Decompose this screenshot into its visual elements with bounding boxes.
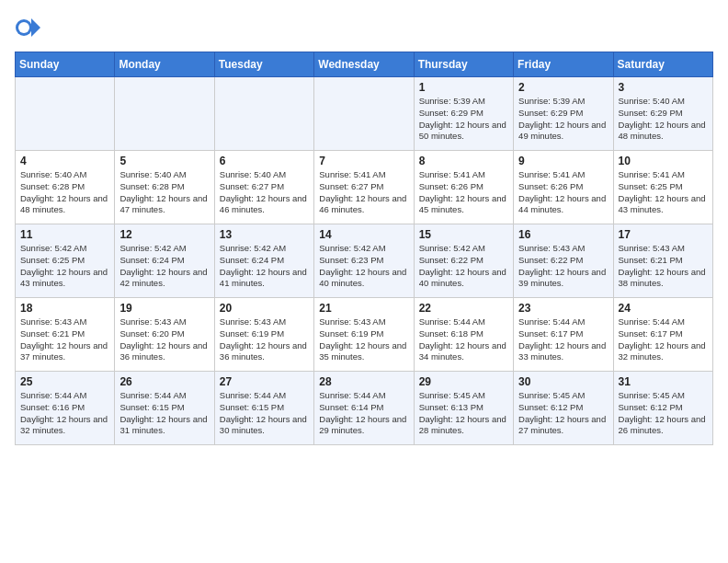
calendar-cell: 20Sunrise: 5:43 AM Sunset: 6:19 PM Dayli… bbox=[214, 298, 313, 372]
day-number: 30 bbox=[518, 375, 608, 388]
calendar-cell: 17Sunrise: 5:43 AM Sunset: 6:21 PM Dayli… bbox=[613, 224, 712, 298]
calendar-cell: 4Sunrise: 5:40 AM Sunset: 6:28 PM Daylig… bbox=[16, 151, 115, 224]
cell-info: Sunrise: 5:43 AM Sunset: 6:19 PM Dayligh… bbox=[319, 316, 408, 363]
day-number: 3 bbox=[619, 81, 708, 94]
day-number: 14 bbox=[319, 228, 408, 241]
cell-info: Sunrise: 5:43 AM Sunset: 6:21 PM Dayligh… bbox=[619, 243, 708, 290]
calendar-cell: 19Sunrise: 5:43 AM Sunset: 6:20 PM Dayli… bbox=[115, 298, 214, 372]
calendar-cell: 22Sunrise: 5:44 AM Sunset: 6:18 PM Dayli… bbox=[414, 298, 513, 372]
calendar-cell: 24Sunrise: 5:44 AM Sunset: 6:17 PM Dayli… bbox=[613, 298, 712, 372]
day-number: 24 bbox=[619, 302, 708, 315]
cell-info: Sunrise: 5:39 AM Sunset: 6:29 PM Dayligh… bbox=[518, 96, 608, 143]
page-header bbox=[15, 15, 713, 40]
day-number: 1 bbox=[419, 81, 508, 94]
cell-info: Sunrise: 5:44 AM Sunset: 6:17 PM Dayligh… bbox=[518, 316, 608, 363]
weekday-header: Friday bbox=[514, 52, 613, 77]
calendar-cell: 14Sunrise: 5:42 AM Sunset: 6:23 PM Dayli… bbox=[314, 224, 414, 298]
cell-info: Sunrise: 5:43 AM Sunset: 6:22 PM Dayligh… bbox=[518, 243, 608, 290]
cell-info: Sunrise: 5:44 AM Sunset: 6:15 PM Dayligh… bbox=[220, 390, 309, 437]
weekday-header: Sunday bbox=[16, 52, 115, 77]
day-number: 5 bbox=[119, 155, 209, 167]
calendar-cell: 29Sunrise: 5:45 AM Sunset: 6:13 PM Dayli… bbox=[414, 372, 513, 445]
day-number: 23 bbox=[518, 302, 608, 315]
day-number: 21 bbox=[319, 302, 408, 315]
svg-marker-1 bbox=[31, 18, 40, 37]
cell-info: Sunrise: 5:42 AM Sunset: 6:22 PM Dayligh… bbox=[419, 243, 508, 290]
calendar-cell: 2Sunrise: 5:39 AM Sunset: 6:29 PM Daylig… bbox=[514, 77, 613, 151]
weekday-header: Thursday bbox=[414, 52, 513, 77]
day-number: 15 bbox=[419, 228, 508, 241]
calendar-cell bbox=[314, 77, 414, 151]
logo-icon bbox=[15, 15, 40, 40]
day-number: 19 bbox=[119, 302, 209, 315]
day-number: 2 bbox=[518, 81, 608, 94]
day-number: 4 bbox=[20, 155, 109, 167]
cell-info: Sunrise: 5:41 AM Sunset: 6:26 PM Dayligh… bbox=[419, 169, 508, 216]
day-number: 26 bbox=[119, 375, 209, 388]
cell-info: Sunrise: 5:40 AM Sunset: 6:28 PM Dayligh… bbox=[119, 169, 209, 216]
calendar-header: SundayMondayTuesdayWednesdayThursdayFrid… bbox=[16, 52, 713, 77]
cell-info: Sunrise: 5:44 AM Sunset: 6:17 PM Dayligh… bbox=[619, 316, 708, 363]
day-number: 28 bbox=[319, 375, 408, 388]
calendar-cell bbox=[16, 77, 115, 151]
cell-info: Sunrise: 5:42 AM Sunset: 6:25 PM Dayligh… bbox=[20, 243, 109, 290]
day-number: 6 bbox=[220, 155, 309, 167]
cell-info: Sunrise: 5:40 AM Sunset: 6:27 PM Dayligh… bbox=[220, 169, 309, 216]
calendar-cell: 13Sunrise: 5:42 AM Sunset: 6:24 PM Dayli… bbox=[214, 224, 313, 298]
calendar-table: SundayMondayTuesdayWednesdayThursdayFrid… bbox=[15, 52, 713, 445]
cell-info: Sunrise: 5:41 AM Sunset: 6:25 PM Dayligh… bbox=[619, 169, 708, 216]
weekday-header: Monday bbox=[115, 52, 214, 77]
calendar-cell: 5Sunrise: 5:40 AM Sunset: 6:28 PM Daylig… bbox=[115, 151, 214, 224]
day-number: 13 bbox=[220, 228, 309, 241]
cell-info: Sunrise: 5:44 AM Sunset: 6:18 PM Dayligh… bbox=[419, 316, 508, 363]
calendar-cell bbox=[214, 77, 313, 151]
calendar-cell: 28Sunrise: 5:44 AM Sunset: 6:14 PM Dayli… bbox=[314, 372, 414, 445]
weekday-header: Tuesday bbox=[214, 52, 313, 77]
cell-info: Sunrise: 5:42 AM Sunset: 6:24 PM Dayligh… bbox=[119, 243, 209, 290]
cell-info: Sunrise: 5:45 AM Sunset: 6:12 PM Dayligh… bbox=[619, 390, 708, 437]
calendar-cell: 10Sunrise: 5:41 AM Sunset: 6:25 PM Dayli… bbox=[613, 151, 712, 224]
day-number: 29 bbox=[419, 375, 508, 388]
cell-info: Sunrise: 5:41 AM Sunset: 6:26 PM Dayligh… bbox=[518, 169, 608, 216]
day-number: 31 bbox=[619, 375, 708, 388]
calendar-cell: 31Sunrise: 5:45 AM Sunset: 6:12 PM Dayli… bbox=[613, 372, 712, 445]
cell-info: Sunrise: 5:44 AM Sunset: 6:15 PM Dayligh… bbox=[119, 390, 209, 437]
day-number: 8 bbox=[419, 155, 508, 167]
calendar-cell: 23Sunrise: 5:44 AM Sunset: 6:17 PM Dayli… bbox=[514, 298, 613, 372]
calendar-cell: 25Sunrise: 5:44 AM Sunset: 6:16 PM Dayli… bbox=[16, 372, 115, 445]
day-number: 27 bbox=[220, 375, 309, 388]
weekday-header: Wednesday bbox=[314, 52, 414, 77]
cell-info: Sunrise: 5:43 AM Sunset: 6:20 PM Dayligh… bbox=[119, 316, 209, 363]
day-number: 25 bbox=[20, 375, 109, 388]
svg-point-2 bbox=[18, 22, 29, 33]
cell-info: Sunrise: 5:40 AM Sunset: 6:28 PM Dayligh… bbox=[20, 169, 109, 216]
day-number: 11 bbox=[20, 228, 109, 241]
cell-info: Sunrise: 5:43 AM Sunset: 6:21 PM Dayligh… bbox=[20, 316, 109, 363]
weekday-header: Saturday bbox=[613, 52, 712, 77]
calendar-cell: 1Sunrise: 5:39 AM Sunset: 6:29 PM Daylig… bbox=[414, 77, 513, 151]
cell-info: Sunrise: 5:44 AM Sunset: 6:16 PM Dayligh… bbox=[20, 390, 109, 437]
day-number: 22 bbox=[419, 302, 508, 315]
calendar-cell: 21Sunrise: 5:43 AM Sunset: 6:19 PM Dayli… bbox=[314, 298, 414, 372]
calendar-cell: 11Sunrise: 5:42 AM Sunset: 6:25 PM Dayli… bbox=[16, 224, 115, 298]
cell-info: Sunrise: 5:45 AM Sunset: 6:13 PM Dayligh… bbox=[419, 390, 508, 437]
day-number: 18 bbox=[20, 302, 109, 315]
cell-info: Sunrise: 5:41 AM Sunset: 6:27 PM Dayligh… bbox=[319, 169, 408, 216]
calendar-cell: 9Sunrise: 5:41 AM Sunset: 6:26 PM Daylig… bbox=[514, 151, 613, 224]
cell-info: Sunrise: 5:40 AM Sunset: 6:29 PM Dayligh… bbox=[619, 96, 708, 143]
cell-info: Sunrise: 5:45 AM Sunset: 6:12 PM Dayligh… bbox=[518, 390, 608, 437]
day-number: 12 bbox=[119, 228, 209, 241]
cell-info: Sunrise: 5:42 AM Sunset: 6:24 PM Dayligh… bbox=[220, 243, 309, 290]
calendar-cell: 30Sunrise: 5:45 AM Sunset: 6:12 PM Dayli… bbox=[514, 372, 613, 445]
calendar-cell: 8Sunrise: 5:41 AM Sunset: 6:26 PM Daylig… bbox=[414, 151, 513, 224]
calendar-cell: 12Sunrise: 5:42 AM Sunset: 6:24 PM Dayli… bbox=[115, 224, 214, 298]
day-number: 7 bbox=[319, 155, 408, 167]
calendar-cell: 18Sunrise: 5:43 AM Sunset: 6:21 PM Dayli… bbox=[16, 298, 115, 372]
calendar-cell: 7Sunrise: 5:41 AM Sunset: 6:27 PM Daylig… bbox=[314, 151, 414, 224]
logo bbox=[15, 15, 42, 40]
calendar-cell: 26Sunrise: 5:44 AM Sunset: 6:15 PM Dayli… bbox=[115, 372, 214, 445]
day-number: 10 bbox=[619, 155, 708, 167]
calendar-cell: 27Sunrise: 5:44 AM Sunset: 6:15 PM Dayli… bbox=[214, 372, 313, 445]
day-number: 16 bbox=[518, 228, 608, 241]
day-number: 20 bbox=[220, 302, 309, 315]
